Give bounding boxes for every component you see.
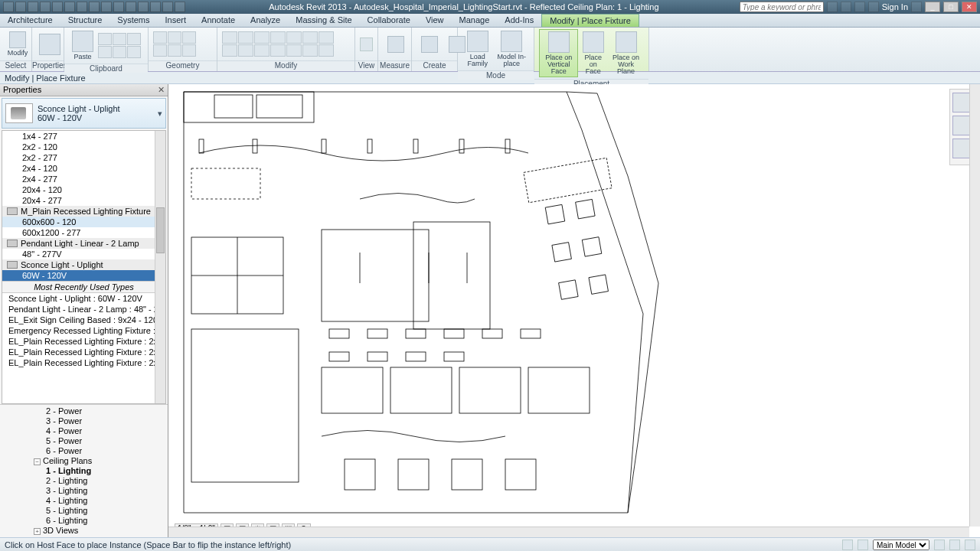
geometry-tools[interactable] [153, 31, 196, 57]
qat-open-icon[interactable] [15, 2, 26, 12]
mru-item[interactable]: Sconce Light - Uplight : 60W - 120V [2, 293, 165, 304]
search-icon[interactable] [827, 2, 838, 12]
family-header[interactable]: M_Plain Recessed Lighting Fixture [2, 206, 165, 217]
exchange-icon[interactable] [854, 2, 865, 12]
list-item[interactable]: 20x4 - 277 [2, 195, 165, 206]
qat-switch-icon[interactable] [162, 2, 173, 12]
browser-node[interactable]: 6 - Lighting [3, 516, 165, 526]
tab-insert[interactable]: Insert [158, 14, 194, 27]
tab-architecture[interactable]: Architecture [0, 14, 60, 27]
list-item[interactable]: 2x2 - 120 [2, 142, 165, 152]
browser-node-active[interactable]: 1 - Lighting [3, 466, 165, 476]
drawing-canvas[interactable]: 1/8" = 1'-0" ▦ ◫ ☀ ▨ ⬚ 👁 [168, 84, 980, 537]
select-links-icon[interactable] [934, 540, 945, 550]
list-item[interactable]: 2x2 - 277 [2, 152, 165, 163]
expand-icon[interactable]: + [34, 528, 41, 535]
list-item[interactable]: 600x600 - 120 [2, 217, 165, 227]
qat-section-icon[interactable] [126, 2, 136, 12]
filter-icon[interactable] [965, 540, 975, 550]
list-item[interactable]: 20x4 - 120 [2, 184, 165, 195]
select-pinned-icon[interactable] [949, 540, 960, 550]
browser-node[interactable]: 5 - Power [3, 436, 165, 446]
tab-addins[interactable]: Add-Ins [497, 14, 541, 27]
browser-node[interactable]: 3 - Lighting [3, 486, 165, 496]
tab-analyze[interactable]: Analyze [243, 14, 288, 27]
qat-more-icon[interactable] [175, 2, 185, 12]
list-item[interactable]: 1x4 - 277 [2, 131, 165, 142]
workset-select[interactable]: Main Model [873, 540, 929, 550]
browser-node[interactable]: 6 - Power [3, 446, 165, 456]
place-work-plane-button[interactable]: Place on Work Plane [608, 30, 644, 77]
user-icon[interactable] [868, 2, 879, 12]
properties-button[interactable] [37, 32, 63, 57]
tab-manage[interactable]: Manage [452, 14, 498, 27]
browser-group[interactable]: −Ceiling Plans [3, 456, 165, 466]
view-tool-icon[interactable] [360, 37, 373, 51]
qat-thin-icon[interactable] [138, 2, 149, 12]
maximize-button[interactable]: □ [943, 2, 959, 12]
app-menu-icon[interactable] [3, 2, 14, 12]
qat-save-icon[interactable] [28, 2, 38, 12]
browser-node[interactable]: 2 - Power [3, 406, 165, 416]
tab-collaborate[interactable]: Collaborate [360, 14, 418, 27]
qat-text-icon[interactable] [101, 2, 112, 12]
properties-close-icon[interactable]: ✕ [158, 85, 165, 95]
measure-button[interactable] [383, 34, 409, 54]
mru-item[interactable]: Emergency Recessed Lighting Fixture : 1x… [2, 325, 165, 336]
family-header[interactable]: Pendant Light - Linear - 2 Lamp [2, 238, 165, 249]
browser-group[interactable]: +3D Views [3, 526, 165, 536]
help-icon[interactable] [911, 2, 922, 12]
qat-undo-icon[interactable] [40, 2, 51, 12]
browser-node[interactable]: 4 - Power [3, 426, 165, 436]
workset-icon[interactable] [842, 540, 853, 550]
browser-node[interactable]: 3 - Power [3, 416, 165, 426]
tab-annotate[interactable]: Annotate [194, 14, 243, 27]
list-item[interactable]: 2x4 - 277 [2, 174, 165, 184]
qat-sync-icon[interactable] [77, 2, 87, 12]
tab-structure[interactable]: Structure [60, 14, 110, 27]
list-item[interactable]: 2x4 - 120 [2, 163, 165, 174]
mru-item[interactable]: EL_Plain Recessed Lighting Fixture : 2x4… [2, 357, 165, 368]
modify-tools[interactable] [222, 31, 334, 57]
place-face-button[interactable]: Place on Face [580, 30, 606, 77]
minimize-button[interactable]: _ [925, 2, 940, 12]
qat-measure-icon[interactable] [89, 2, 100, 12]
browser-node[interactable]: 4 - Lighting [3, 496, 165, 506]
project-browser[interactable]: 2 - Power 3 - Power 4 - Power 5 - Power … [0, 404, 168, 537]
mru-item[interactable]: EL_Exit Sign Ceiling Based : 9x24 - 120 [2, 315, 165, 325]
tab-modify-place-fixture[interactable]: Modify | Place Fixture [541, 14, 639, 27]
model-inplace-button[interactable]: Model In-place [494, 29, 529, 69]
editable-icon[interactable] [858, 540, 868, 550]
qat-redo-icon[interactable] [52, 2, 63, 12]
list-item[interactable]: 600x1200 - 277 [2, 227, 165, 238]
tab-systems[interactable]: Systems [109, 14, 157, 27]
paste-button[interactable]: Paste [69, 29, 96, 62]
dropdown-scrollbar[interactable] [155, 131, 165, 403]
tab-view[interactable]: View [418, 14, 452, 27]
tab-massing[interactable]: Massing & Site [288, 14, 359, 27]
close-button[interactable]: ✕ [962, 2, 977, 12]
modify-tool[interactable]: Modify [5, 30, 31, 58]
mru-item[interactable]: EL_Plain Recessed Lighting Fixture : 2x4… [2, 336, 165, 347]
subscription-icon[interactable] [841, 2, 851, 12]
qat-3d-icon[interactable] [113, 2, 124, 12]
canvas-h-scrollbar[interactable] [168, 527, 969, 537]
create-button[interactable] [416, 34, 443, 54]
search-input[interactable] [740, 2, 824, 12]
type-selector[interactable]: Sconce Light - Uplight 60W - 120V ▾ [2, 98, 166, 129]
canvas-v-scrollbar[interactable] [969, 84, 980, 527]
browser-node[interactable]: 2 - Lighting [3, 476, 165, 486]
list-item-selected[interactable]: 60W - 120V [2, 270, 165, 281]
mru-item[interactable]: EL_Plain Recessed Lighting Fixture : 2x2… [2, 347, 165, 357]
qat-print-icon[interactable] [64, 2, 75, 12]
signin-link[interactable]: Sign In [882, 2, 908, 11]
type-dropdown-icon[interactable]: ▾ [158, 109, 162, 119]
type-selector-dropdown[interactable]: 1x4 - 277 2x2 - 120 2x2 - 277 2x4 - 120 … [2, 130, 166, 404]
mru-item[interactable]: Pendant Light - Linear - 2 Lamp : 48" - … [2, 304, 165, 315]
list-item[interactable]: 48" - 277V [2, 249, 165, 259]
browser-node[interactable]: 5 - Lighting [3, 506, 165, 516]
place-vertical-face-button[interactable]: Place on Vertical Face [539, 29, 578, 77]
collapse-icon[interactable]: − [34, 458, 41, 465]
clipboard-small-tools[interactable] [98, 33, 141, 58]
load-family-button[interactable]: Load Family [462, 29, 492, 69]
